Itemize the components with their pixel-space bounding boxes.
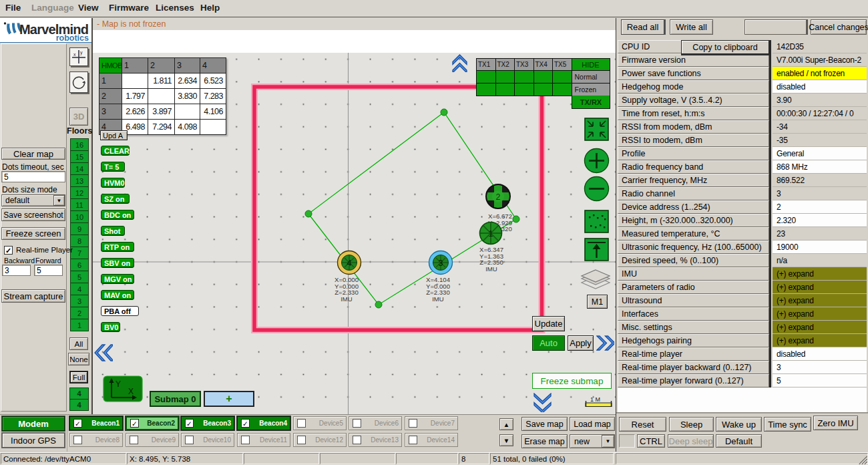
- svg-text:2: 2: [496, 192, 501, 202]
- svg-text:x: x: [73, 52, 76, 57]
- svg-text:IMU: IMU: [341, 295, 353, 303]
- svg-text:1 M: 1 M: [590, 396, 600, 403]
- svg-text:X: X: [128, 387, 134, 396]
- svg-text:1: 1: [489, 229, 493, 239]
- svg-text:IMU: IMU: [485, 265, 497, 273]
- svg-text:3: 3: [439, 259, 443, 268]
- svg-text:4: 4: [347, 259, 352, 268]
- svg-text:IMU: IMU: [432, 295, 444, 303]
- svg-text:Y: Y: [116, 379, 121, 389]
- svg-text:y: y: [80, 50, 83, 55]
